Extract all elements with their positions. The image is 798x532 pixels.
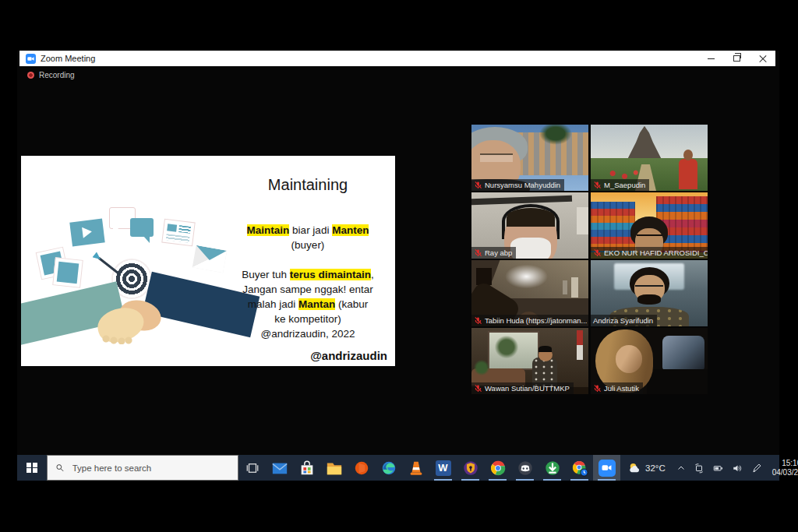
slide-text-line: Buyer tuh terus dimaintain, bbox=[221, 267, 395, 282]
idm-app-icon[interactable] bbox=[538, 455, 566, 481]
window-title: Zoom Meeting bbox=[41, 54, 95, 63]
vlc-player-icon[interactable] bbox=[402, 455, 429, 481]
participant-tile-active-speaker[interactable]: Andriza Syarifudin bbox=[591, 260, 708, 326]
slide-text-line: malah jadi Mantan (kabur bbox=[221, 297, 395, 312]
system-tray: 32°C 15:10 04/03/2022 bbox=[620, 455, 798, 481]
slide-text-segment: biar jadi bbox=[289, 224, 332, 236]
volume-tray-icon[interactable] bbox=[728, 455, 747, 481]
participant-tile[interactable]: EKO NUR HAFID ARROSIDI_C... bbox=[591, 192, 708, 259]
search-icon bbox=[55, 463, 65, 473]
restore-button[interactable] bbox=[724, 51, 750, 66]
mail-app-icon[interactable] bbox=[266, 455, 293, 481]
handshake-fingers bbox=[102, 333, 133, 344]
slide-text-line: ke kompetitor) bbox=[221, 312, 395, 326]
word-app-icon[interactable]: W bbox=[429, 455, 457, 481]
participant-name: Juli Astutik bbox=[604, 384, 639, 393]
close-icon bbox=[759, 55, 767, 62]
participant-tile[interactable]: Tabiin Huda (https://jatonman... bbox=[471, 260, 588, 326]
slide-text-line: (buyer) bbox=[221, 238, 395, 252]
slide-text-segment: Jangan sampe nggak! entar bbox=[242, 284, 373, 295]
screen-rotation-icon bbox=[694, 463, 704, 474]
clock-date: 04/03/2022 bbox=[772, 468, 798, 477]
zoom-window-titlebar: Zoom Meeting bbox=[19, 51, 775, 66]
slide-text-segment: Maintain bbox=[247, 224, 290, 236]
chrome-browser-icon[interactable] bbox=[484, 455, 511, 481]
start-button[interactable] bbox=[17, 455, 47, 481]
participant-name: Wawan Sutian/BUTTMKP bbox=[485, 384, 570, 393]
file-explorer-icon[interactable] bbox=[320, 455, 348, 481]
slide-text-segment: @andrizaudin, 2022 bbox=[260, 328, 355, 340]
muted-mic-icon bbox=[593, 248, 602, 257]
slide-text-line: Maintain biar jadi Manten bbox=[221, 223, 395, 238]
slide-text-segment: malah jadi bbox=[248, 298, 298, 310]
participant-name: Andriza Syarifudin bbox=[593, 316, 653, 325]
weather-widget[interactable]: 32°C bbox=[620, 461, 673, 475]
pen-icon bbox=[751, 463, 762, 474]
mail-icon bbox=[271, 460, 288, 477]
participant-name: M_Saepudin bbox=[604, 181, 645, 189]
desktop-screen: Zoom Meeting Recording Maint bbox=[17, 51, 779, 481]
slide-text-segment: Buyer tuh bbox=[242, 269, 290, 280]
slide-title: Maintaining bbox=[222, 176, 394, 194]
battery-icon bbox=[712, 463, 724, 474]
slide-illustration bbox=[21, 178, 251, 366]
participant-tile[interactable]: Ray abp bbox=[471, 192, 588, 259]
microsoft-store-icon[interactable] bbox=[293, 455, 320, 481]
tablet-mode-tray-icon[interactable] bbox=[690, 455, 708, 481]
slide-text-segment: Mantan bbox=[298, 298, 335, 310]
search-box[interactable] bbox=[47, 455, 238, 481]
slide-text-segment: Manten bbox=[332, 224, 369, 236]
minimize-icon bbox=[708, 58, 715, 59]
participant-name-tag: Nursyamsu Mahyuddin bbox=[471, 179, 564, 191]
close-button[interactable] bbox=[750, 51, 775, 66]
battery-tray-icon[interactable] bbox=[708, 455, 728, 481]
participant-name: Ray abp bbox=[485, 248, 512, 257]
muted-mic-icon bbox=[474, 316, 482, 325]
recording-icon bbox=[27, 72, 34, 79]
participant-name: Tabiin Huda (https://jatonman... bbox=[485, 316, 588, 325]
discord-app-icon[interactable] bbox=[511, 455, 538, 481]
edge-browser-icon[interactable] bbox=[375, 455, 402, 481]
shield-app-icon bbox=[462, 460, 479, 477]
video-play-icon bbox=[69, 219, 104, 247]
muted-mic-icon bbox=[593, 384, 602, 393]
pen-tray-icon[interactable] bbox=[747, 455, 766, 481]
office-app-icon[interactable] bbox=[348, 455, 375, 481]
participant-tile[interactable]: M_Saepudin bbox=[591, 125, 708, 191]
participant-tile[interactable]: Juli Astutik bbox=[591, 328, 708, 394]
taskbar: W 32°C bbox=[17, 455, 779, 481]
minimize-button[interactable] bbox=[698, 51, 724, 66]
task-view-button[interactable] bbox=[238, 455, 266, 481]
chrome-icon bbox=[489, 460, 507, 477]
zoom-icon bbox=[598, 460, 616, 477]
slide-text-segment: (buyer) bbox=[291, 239, 325, 251]
edge-icon bbox=[380, 460, 397, 477]
slide-line-spacer bbox=[221, 252, 395, 267]
chevron-up-icon bbox=[676, 463, 686, 473]
photos-icon bbox=[52, 257, 83, 288]
participant-tile[interactable]: Wawan Sutian/BUTTMKP bbox=[471, 328, 588, 394]
participant-tile[interactable]: Nursyamsu Mahyuddin bbox=[471, 125, 588, 191]
slide-signature: @andrizaudin bbox=[310, 349, 387, 362]
search-input[interactable] bbox=[71, 463, 230, 474]
muted-mic-icon bbox=[474, 181, 482, 189]
chrome-profile-icon[interactable] bbox=[566, 455, 593, 481]
store-icon bbox=[298, 460, 316, 477]
zoom-taskbar-icon[interactable] bbox=[593, 455, 620, 481]
participant-name-tag: Wawan Sutian/BUTTMKP bbox=[471, 382, 574, 394]
participant-name-tag: EKO NUR HAFID ARROSIDI_C... bbox=[591, 247, 708, 259]
slide-text-segment: terus dimaintain bbox=[290, 269, 371, 280]
slide-text-line: Jangan sampe nggak! entar bbox=[221, 282, 395, 297]
participant-name-tag: Andriza Syarifudin bbox=[591, 315, 657, 326]
participant-name-tag: M_Saepudin bbox=[591, 179, 649, 191]
clock[interactable]: 15:10 04/03/2022 bbox=[766, 459, 798, 477]
window-controls bbox=[698, 51, 775, 66]
zoom-app-icon bbox=[26, 54, 36, 64]
chat-bubble-icon bbox=[130, 218, 154, 237]
hidden-icons-button[interactable] bbox=[673, 455, 690, 481]
shield-browser-icon[interactable] bbox=[457, 455, 484, 481]
slide-text-segment: ke kompetitor) bbox=[274, 313, 341, 325]
slide-text-segment: (kabur bbox=[335, 298, 368, 310]
newspaper-icon bbox=[161, 219, 195, 247]
office-icon bbox=[353, 460, 370, 477]
